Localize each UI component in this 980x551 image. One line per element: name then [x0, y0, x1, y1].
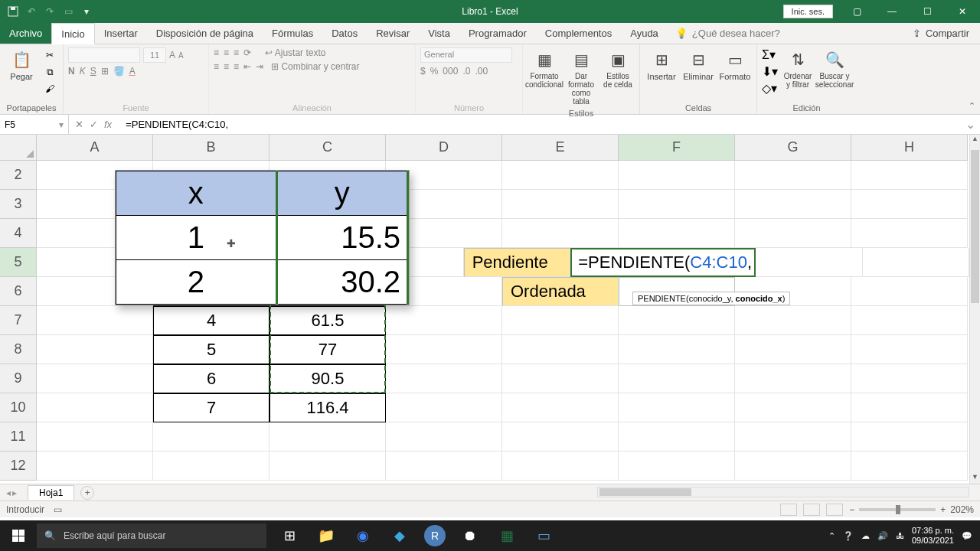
tooltip-arg1[interactable]: conocido_y [689, 294, 731, 303]
row-header-6[interactable]: 6 [0, 277, 37, 306]
rstudio-icon[interactable]: R [424, 525, 446, 546]
tab-help[interactable]: Ayuda [621, 23, 668, 44]
cell-D8[interactable] [386, 335, 502, 364]
tab-review[interactable]: Revisar [367, 23, 419, 44]
cell-B9[interactable]: 6 [153, 364, 270, 393]
cell-G9[interactable] [735, 364, 851, 393]
save-icon[interactable] [6, 5, 20, 18]
align-top-icon[interactable]: ≡ [214, 47, 219, 58]
cell-E2[interactable] [502, 161, 619, 190]
cell-H5[interactable] [863, 248, 969, 277]
scroll-up-icon[interactable]: ▲ [970, 135, 980, 145]
qat-dropdown-icon[interactable]: ▾ [80, 5, 93, 18]
ribbon-display-icon[interactable]: ▢ [839, 0, 874, 23]
cell-F12[interactable] [619, 452, 735, 481]
cell-F10[interactable] [619, 393, 735, 422]
column-header-F[interactable]: F [619, 135, 735, 161]
function-tooltip[interactable]: PENDIENTE(conocido_y, conocido_x) [632, 292, 790, 305]
cell-F7[interactable] [619, 306, 735, 335]
tray-help-icon[interactable]: ❔ [843, 531, 854, 541]
italic-button[interactable]: K [80, 66, 86, 77]
cell-styles-button[interactable]: ▣Estilos de celda [601, 47, 635, 90]
align-bottom-icon[interactable]: ≡ [234, 47, 239, 58]
align-center-icon[interactable]: ≡ [224, 61, 229, 72]
clear-icon[interactable]: ◇▾ [762, 81, 778, 96]
cell-H10[interactable] [851, 393, 968, 422]
bold-button[interactable]: N [68, 66, 75, 77]
cell-H2[interactable] [851, 161, 968, 190]
cell-G7[interactable] [735, 306, 851, 335]
cell-G5[interactable] [756, 248, 862, 277]
tray-onedrive-icon[interactable]: ☁ [861, 531, 870, 541]
cell-D9[interactable] [386, 364, 502, 393]
cell-F3[interactable] [619, 190, 735, 219]
sheet-nav-next-icon[interactable]: ▸ [12, 487, 17, 498]
cell-C7[interactable]: 61.5 [270, 306, 386, 335]
comma-icon[interactable]: 000 [443, 66, 458, 77]
cell-A9[interactable] [37, 364, 153, 393]
row-header-12[interactable]: 12 [0, 452, 37, 481]
cell-G2[interactable] [735, 161, 851, 190]
cell-A10[interactable] [37, 393, 153, 422]
cell-E8[interactable] [502, 335, 619, 364]
orientation-icon[interactable]: ⟳ [243, 47, 251, 58]
decrease-font-icon[interactable]: A [178, 51, 184, 60]
cell-G12[interactable] [735, 452, 851, 481]
cell-H7[interactable] [851, 306, 968, 335]
cell-B11[interactable] [153, 422, 270, 452]
cell-H6[interactable] [851, 277, 968, 306]
cell-D10[interactable] [386, 393, 502, 422]
increase-font-icon[interactable]: A [169, 50, 175, 60]
row-header-5[interactable]: 5 [0, 248, 37, 277]
cell-C11[interactable] [270, 422, 386, 452]
cell-F5[interactable]: =PENDIENTE(C4:C10, [570, 248, 756, 277]
decrease-indent-icon[interactable]: ⇤ [243, 61, 251, 72]
tray-chevron-icon[interactable]: ⌃ [828, 531, 835, 541]
name-box[interactable]: F5 ▾ [0, 115, 69, 134]
cell-G4[interactable] [735, 219, 851, 248]
tooltip-arg2[interactable]: conocido_x [736, 294, 782, 303]
taskbar-clock[interactable]: 07:36 p. m. 09/03/2021 [912, 526, 954, 546]
cell-F8[interactable] [619, 335, 735, 364]
collapse-ribbon-icon[interactable]: ⌃ [969, 101, 975, 111]
font-name-dropdown[interactable] [68, 47, 140, 63]
undo-icon[interactable]: ↶ [24, 5, 38, 18]
name-box-dropdown-icon[interactable]: ▾ [59, 119, 64, 130]
cell-B7[interactable]: 4 [153, 306, 270, 335]
cell-A11[interactable] [37, 422, 153, 452]
app-icon-generic[interactable]: ▭ [527, 520, 560, 551]
format-cells-button[interactable]: ▭Formato [718, 47, 752, 83]
percent-icon[interactable]: % [430, 66, 439, 77]
zoom-out-button[interactable]: − [849, 504, 854, 515]
chrome-icon[interactable]: ◉ [346, 520, 380, 551]
horizontal-scroll-thumb[interactable] [599, 488, 691, 496]
cell-D12[interactable] [386, 452, 502, 481]
cell-H11[interactable] [851, 422, 968, 452]
share-button[interactable]: ⇪ Compartir [902, 23, 980, 44]
row-header-11[interactable]: 11 [0, 422, 37, 452]
obs-icon[interactable]: ⏺ [453, 520, 487, 551]
tab-developer[interactable]: Programador [459, 23, 536, 44]
column-header-A[interactable]: A [37, 135, 153, 161]
tab-addins[interactable]: Complementos [536, 23, 621, 44]
increase-indent-icon[interactable]: ⇥ [256, 61, 263, 72]
macro-record-icon[interactable]: ▭ [54, 504, 62, 515]
cell-E11[interactable] [502, 422, 619, 452]
tab-home[interactable]: Inicio [51, 23, 94, 44]
column-headers[interactable]: ABCDEFGH [37, 135, 969, 161]
cell-E5[interactable]: Pendiente [464, 248, 571, 277]
cell-D7[interactable] [386, 306, 502, 335]
cell-E4[interactable] [502, 219, 619, 248]
fill-icon[interactable]: ⬇▾ [762, 64, 778, 79]
system-tray[interactable]: ⌃ ❔ ☁ 🔊 🖧 07:36 p. m. 09/03/2021 💬 [821, 526, 980, 546]
cell-C8[interactable]: 77 [270, 335, 386, 364]
row-header-7[interactable]: 7 [0, 306, 37, 335]
app-icon-blue[interactable]: ◆ [383, 520, 416, 551]
font-size-dropdown[interactable]: 11 [143, 47, 166, 63]
cell-A7[interactable] [37, 306, 153, 335]
maximize-button[interactable]: ☐ [910, 0, 945, 23]
column-header-G[interactable]: G [735, 135, 851, 161]
expand-formula-bar-icon[interactable]: ⌄ [961, 117, 980, 132]
align-middle-icon[interactable]: ≡ [224, 47, 229, 58]
cell-H3[interactable] [851, 190, 968, 219]
